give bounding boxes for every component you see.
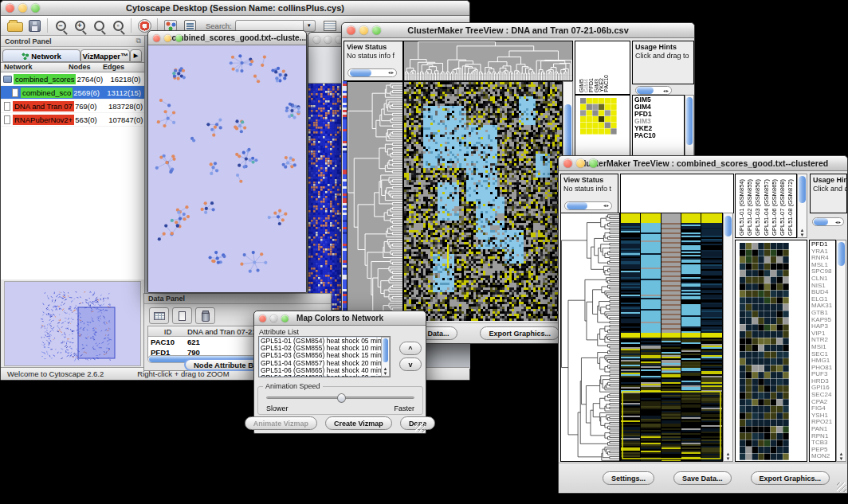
- move-up-button[interactable]: ^: [399, 342, 422, 355]
- tv2-gene-list-panel: PFD1YRA1RNR4MSL1SPC98CLN1NIS1BUD4ELG1MAK…: [809, 240, 836, 462]
- minimize-button[interactable]: [164, 34, 171, 41]
- tv2-view-status-panel: View Status No status info t ◂▸: [560, 174, 618, 213]
- control-panel-title: Control Panel: [5, 37, 52, 45]
- zoom-button[interactable]: [589, 159, 598, 168]
- network-view-titlebar[interactable]: combined_scores_good.txt--cluste...: [148, 31, 306, 45]
- minimize-button[interactable]: [18, 4, 27, 13]
- tv1-heatmap-panel[interactable]: [403, 81, 563, 323]
- treeview2-title: ClusterMaker TreeView : combined_scores_…: [578, 158, 828, 168]
- create-vizmap-button[interactable]: Create Vizmap: [325, 416, 392, 430]
- tv2-action-button[interactable]: Export Graphics...: [751, 471, 830, 485]
- network-row[interactable]: combined_scores 2764(0) 16218(0): [1, 72, 144, 86]
- tv2-gene-vscroll[interactable]: ▲▼: [836, 240, 846, 462]
- speed-slider-track[interactable]: [266, 397, 414, 399]
- network-overview-panel[interactable]: [4, 281, 141, 366]
- zoom-out-icon[interactable]: −: [51, 17, 70, 34]
- column-label: GPL51-03 (GSM856): [755, 179, 761, 236]
- attribute-grid-icon[interactable]: [149, 307, 169, 324]
- new-attribute-icon[interactable]: [172, 307, 192, 324]
- tv2-heatmap-vscroll[interactable]: ▲▼: [723, 213, 733, 462]
- zoom-button[interactable]: [372, 26, 381, 35]
- tv1-action-button[interactable]: Export Graphics...: [480, 326, 559, 340]
- network-row[interactable]: combined_sco 2569(6) 13112(15): [1, 86, 144, 100]
- tv2-usage-hints-panel: Usage Hints Click and drag to: [810, 174, 847, 213]
- gene-label[interactable]: MON2: [811, 453, 835, 460]
- window-controls: [6, 4, 40, 13]
- zoom-in-icon[interactable]: +: [70, 17, 89, 34]
- treeview2-window: ClusterMaker TreeView : combined_scores_…: [558, 155, 848, 494]
- zoom-fit-icon[interactable]: [89, 17, 108, 34]
- tv2-heatmap-panel[interactable]: [620, 213, 723, 462]
- open-file-icon[interactable]: [6, 17, 25, 34]
- attribute-list-vscroll[interactable]: ▲▼: [381, 337, 390, 377]
- tv2-column-labels-vscroll[interactable]: ▲▼: [797, 174, 807, 238]
- map-colors-dialog: Map Colors to Network Attribute List GPL…: [253, 311, 426, 434]
- tv2-resize-grip[interactable]: [837, 483, 846, 492]
- tv1-usage-hints-panel: Usage Hints Click and drag to: [632, 41, 694, 84]
- dialog-title: Map Colors to Network: [296, 314, 383, 322]
- close-button[interactable]: [6, 4, 14, 13]
- treeview1-title: ClusterMaker TreeView : DNA and Tran 07-…: [407, 25, 629, 35]
- tv2-status-hscroll[interactable]: ◂▸: [564, 201, 612, 210]
- minimize-button[interactable]: [576, 159, 585, 168]
- minimize-button[interactable]: [324, 36, 332, 43]
- main-titlebar[interactable]: Cytoscape Desktop (Session Name: collins…: [1, 1, 469, 16]
- minimize-button[interactable]: [270, 315, 277, 322]
- animation-speed-group: Animation Speed Slower Faster: [257, 386, 423, 415]
- close-button[interactable]: [347, 26, 355, 35]
- treeview1-titlebar[interactable]: ClusterMaker TreeView : DNA and Tran 07-…: [342, 23, 694, 38]
- gene-label[interactable]: PAC10: [634, 132, 684, 139]
- tv2-row-dendrogram[interactable]: [560, 213, 620, 462]
- treeview2-titlebar[interactable]: ClusterMaker TreeView : combined_scores_…: [559, 156, 847, 171]
- network-list: combined_scores 2764(0) 16218(0) combine…: [1, 72, 144, 279]
- zoom-selected-icon[interactable]: ▫: [108, 17, 128, 34]
- network-view-canvas[interactable]: [148, 45, 306, 292]
- attribute-item[interactable]: GPL51-07 (GSM868) heat shock 60 min: [261, 374, 390, 377]
- float-panel-icon[interactable]: ⧉: [136, 37, 141, 45]
- delete-attribute-icon[interactable]: [195, 307, 215, 324]
- data-panel-header: Data Panel: [144, 294, 331, 304]
- network-view-title: combined_scores_good.txt--cluste...: [167, 33, 306, 42]
- tv1-column-dendrogram[interactable]: [403, 41, 573, 81]
- tv1-usage-hscroll[interactable]: ◂▸: [635, 86, 672, 95]
- tv2-action-button[interactable]: Settings...: [603, 471, 654, 485]
- close-button[interactable]: [563, 159, 572, 168]
- zoom-button[interactable]: [175, 34, 183, 41]
- tab-overflow-arrow[interactable]: ▶: [130, 49, 142, 62]
- animate-vizmap-button[interactable]: Animate Vizmap: [245, 416, 317, 430]
- network-row-icon: [4, 102, 10, 111]
- col-network[interactable]: Network: [1, 63, 69, 72]
- minimize-button[interactable]: [359, 26, 368, 35]
- tv2-column-dendrogram[interactable]: [620, 174, 734, 213]
- search-dropdown-button[interactable]: ▼: [304, 20, 316, 32]
- tab-network[interactable]: Network: [2, 49, 80, 62]
- overview-canvas[interactable]: [5, 282, 140, 365]
- network-row-icon: [3, 76, 12, 83]
- tv1-status-hscroll[interactable]: ◂▸: [347, 68, 397, 77]
- close-button[interactable]: [153, 34, 160, 41]
- save-session-icon[interactable]: [25, 17, 44, 34]
- column-label: GPL51-02 (GSM855): [747, 179, 753, 236]
- network-row[interactable]: RNAPuberNov2+ 563(0) 107847(0): [1, 113, 144, 127]
- dialog-resize-grip[interactable]: [415, 423, 425, 432]
- close-button[interactable]: [313, 36, 320, 43]
- move-down-button[interactable]: v: [399, 357, 422, 371]
- tab-vizmapper[interactable]: VizMapper™: [80, 49, 130, 62]
- speed-slider-thumb[interactable]: [337, 393, 346, 403]
- main-window-title: Cytoscape Desktop (Session Name: collins…: [126, 3, 344, 13]
- status-welcome: Welcome to Cytoscape 2.6.2: [7, 369, 104, 378]
- tv2-action-button[interactable]: Save Data...: [673, 471, 732, 485]
- tv1-row-dendrogram[interactable]: [347, 81, 403, 323]
- control-panel: Control Panel ⧉ Network VizMapper™ ▶ Net…: [1, 36, 145, 369]
- column-label: PAC10: [603, 75, 609, 92]
- network-row[interactable]: DNA and Tran 07 769(0) 183728(0): [1, 100, 144, 113]
- zoom-button[interactable]: [31, 4, 40, 13]
- tv2-usage-hscroll[interactable]: ◂▸: [812, 217, 844, 226]
- zoom-button[interactable]: [281, 315, 289, 322]
- col-edges[interactable]: Edges: [103, 63, 144, 72]
- col-nodes[interactable]: Nodes: [69, 63, 103, 72]
- close-button[interactable]: [259, 315, 266, 322]
- data-col-id[interactable]: ID: [148, 327, 185, 336]
- dialog-titlebar[interactable]: Map Colors to Network: [254, 311, 426, 326]
- tv2-zoom-heatmap-panel[interactable]: [735, 240, 807, 462]
